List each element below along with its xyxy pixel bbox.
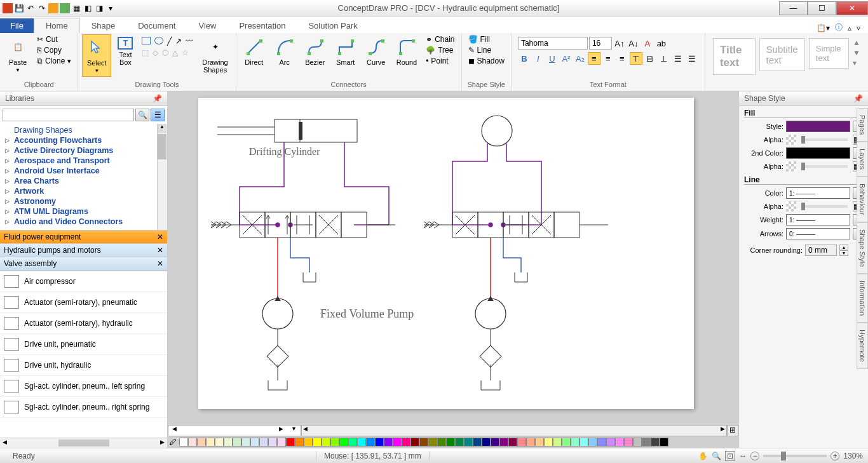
color-swatch[interactable] bbox=[455, 438, 464, 446]
tool-arrow-icon[interactable]: ↗ bbox=[175, 37, 182, 46]
shape-item[interactable]: Drive unit, hydraulic bbox=[0, 355, 167, 376]
tool-icon[interactable]: ⬚ bbox=[142, 48, 149, 57]
cylinder-shape[interactable] bbox=[217, 119, 357, 142]
color-swatch[interactable] bbox=[188, 438, 197, 446]
stencil-header[interactable]: Fluid power equipment✕ bbox=[0, 231, 167, 244]
tab-document[interactable]: Document bbox=[126, 18, 187, 33]
bold-button[interactable]: B bbox=[518, 52, 531, 65]
color-swatch[interactable] bbox=[419, 438, 428, 446]
tool-rect-icon[interactable] bbox=[142, 37, 151, 44]
close-icon[interactable]: ✕ bbox=[157, 232, 163, 241]
color-swatch[interactable] bbox=[179, 438, 188, 446]
title-text-preset[interactable]: Title text bbox=[713, 38, 756, 75]
color-swatch[interactable] bbox=[571, 438, 580, 446]
alpha-slider[interactable] bbox=[801, 138, 848, 141]
subscript-button[interactable]: A₂ bbox=[574, 52, 587, 65]
direct-button[interactable]: Direct bbox=[240, 34, 268, 69]
ribbon-options-icon[interactable]: 📋▾ bbox=[817, 23, 830, 32]
spinner-up-icon[interactable]: ▲ bbox=[839, 245, 848, 250]
color-swatch[interactable] bbox=[526, 438, 535, 446]
pump-label[interactable]: Fixed Volume Pump bbox=[320, 307, 414, 321]
pan-icon[interactable]: ✋ bbox=[698, 452, 708, 460]
highlight-icon[interactable]: ab bbox=[655, 37, 668, 50]
color-swatch[interactable] bbox=[517, 438, 526, 446]
library-search-input[interactable] bbox=[3, 109, 134, 121]
color-swatch[interactable] bbox=[437, 438, 446, 446]
search-button[interactable]: 🔍 bbox=[135, 109, 149, 121]
arc-button[interactable]: Arc bbox=[271, 34, 299, 69]
tool-icon[interactable]: ⬡ bbox=[162, 48, 168, 57]
color-swatch[interactable] bbox=[402, 438, 410, 446]
tab-view[interactable]: View bbox=[187, 18, 227, 33]
color-swatch[interactable] bbox=[535, 438, 544, 446]
color-swatch[interactable] bbox=[473, 438, 482, 446]
point-button[interactable]: •Point bbox=[423, 56, 457, 66]
font-color-icon[interactable]: A bbox=[641, 37, 654, 50]
tree-item[interactable]: Android User Interface bbox=[5, 166, 162, 176]
shape-item[interactable]: Actuator (semi-rotary), hydraulic bbox=[0, 313, 167, 334]
drawing-shapes-button[interactable]: ✦ Drawing Shapes bbox=[198, 34, 231, 76]
canvas-viewport[interactable]: Drifting Cylinder Fixed Volume Pump bbox=[168, 91, 738, 425]
color-swatch[interactable] bbox=[259, 438, 268, 446]
font-select[interactable] bbox=[518, 37, 588, 50]
color-swatch[interactable] bbox=[224, 438, 233, 446]
font-decrease-icon[interactable]: A↓ bbox=[627, 37, 640, 50]
color-swatch[interactable] bbox=[553, 438, 562, 446]
pump-shape-right[interactable] bbox=[475, 299, 506, 329]
cylinder-label[interactable]: Drifting Cylinder bbox=[249, 146, 320, 158]
tree-view-button[interactable]: ☰ bbox=[151, 109, 165, 121]
palette-tool-icon[interactable]: 🖊 bbox=[169, 438, 177, 446]
filter-shape[interactable] bbox=[267, 346, 288, 367]
color-swatch[interactable] bbox=[384, 438, 393, 446]
color-swatch[interactable] bbox=[357, 438, 366, 446]
tree-item[interactable]: Aerospace and Transport bbox=[5, 156, 162, 166]
tree-item[interactable]: Area Charts bbox=[5, 176, 162, 186]
color-swatch[interactable] bbox=[277, 438, 286, 446]
fill-button[interactable]: 🪣Fill bbox=[466, 34, 507, 44]
underline-button[interactable]: U bbox=[546, 52, 559, 65]
reservoir-shape[interactable] bbox=[268, 380, 287, 390]
color-swatch[interactable] bbox=[508, 438, 517, 446]
color-swatch[interactable] bbox=[491, 438, 499, 446]
motor-shape[interactable] bbox=[482, 116, 512, 146]
line-alpha-slider[interactable] bbox=[801, 205, 848, 208]
color-swatch[interactable] bbox=[651, 438, 660, 446]
color-swatch[interactable] bbox=[322, 438, 330, 446]
color-swatch[interactable] bbox=[606, 438, 615, 446]
shape-item[interactable]: Drive unit, pneumatic bbox=[0, 334, 167, 355]
pump-shape[interactable] bbox=[262, 299, 293, 329]
qat-save-icon[interactable]: 💾 bbox=[14, 3, 24, 13]
tool-icon[interactable]: ☆ bbox=[182, 48, 189, 57]
color-swatch[interactable] bbox=[304, 438, 313, 446]
alpha-pattern-icon[interactable] bbox=[786, 135, 796, 145]
tree-item[interactable]: Audio and Video Connectors bbox=[5, 217, 162, 227]
color-swatch[interactable] bbox=[499, 438, 508, 446]
qat-redo-icon[interactable]: ↷ bbox=[37, 3, 47, 13]
help-icon[interactable]: ⓘ bbox=[835, 22, 843, 33]
tree-button[interactable]: 🌳Tree bbox=[423, 45, 457, 55]
side-tab[interactable]: Hypernote bbox=[857, 323, 868, 369]
side-tab[interactable]: Shape Style bbox=[857, 222, 868, 274]
stencil-header[interactable]: Valve assembly✕ bbox=[0, 257, 167, 271]
color-swatch[interactable] bbox=[250, 438, 259, 446]
minimize-ribbon-icon[interactable]: ▵ bbox=[848, 23, 851, 32]
shadow-button[interactable]: ◼Shadow bbox=[466, 56, 507, 66]
textbox-button[interactable]: T Text Box bbox=[114, 34, 137, 69]
library-tree[interactable]: Drawing ShapesAccounting FlowchartsActiv… bbox=[0, 124, 167, 231]
valve-block-right[interactable] bbox=[424, 212, 608, 238]
chain-button[interactable]: ⚭Chain bbox=[423, 34, 457, 44]
color-swatch[interactable] bbox=[215, 438, 224, 446]
zoom-value[interactable]: 130% bbox=[843, 452, 863, 460]
simple-text-preset[interactable]: Simple text bbox=[809, 38, 849, 69]
tree-scrollbar[interactable]: ▲ bbox=[157, 124, 167, 230]
qat-icon[interactable]: ◧ bbox=[83, 3, 93, 13]
valve-block-left[interactable] bbox=[211, 212, 395, 238]
tab-presentation[interactable]: Presentation bbox=[227, 18, 297, 33]
color-swatch[interactable] bbox=[446, 438, 455, 446]
curve-button[interactable]: Curve bbox=[362, 34, 390, 69]
left-hscroll[interactable]: ◀▶ bbox=[0, 438, 167, 448]
line-weight-selector[interactable]: 1: ——— bbox=[786, 214, 850, 225]
align-center-button[interactable]: ≡ bbox=[602, 52, 614, 65]
qat-undo-icon[interactable]: ↶ bbox=[25, 3, 36, 13]
preset-more-icon[interactable]: ▾ bbox=[853, 58, 860, 67]
